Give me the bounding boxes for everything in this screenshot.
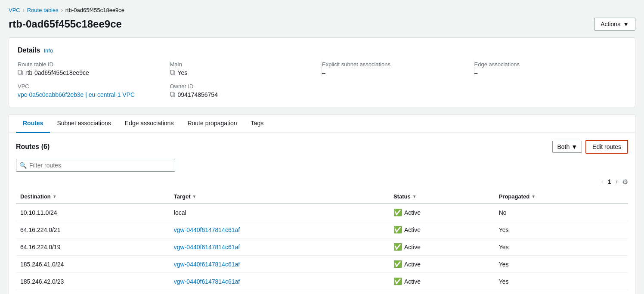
tabs-header: Routes Subnet associations Edge associat… (9, 115, 635, 133)
cell-target: vgw-0440f6147814c61af (170, 238, 389, 256)
table-row: 64.16.224.0/21vgw-0440f6147814c61af✅Acti… (16, 221, 628, 238)
tab-route-propagation[interactable]: Route propagation (180, 115, 244, 133)
tab-tags[interactable]: Tags (244, 115, 271, 133)
table-row: 10.10.11.0/24local✅ActiveNo (16, 204, 628, 221)
copy-icon-main[interactable] (170, 70, 176, 76)
target-link[interactable]: vgw-0440f6147814c61af (174, 278, 240, 285)
copy-icon-owner[interactable] (170, 92, 176, 98)
tab-routes[interactable]: Routes (16, 115, 50, 133)
breadcrumb-sep-2: › (61, 7, 63, 13)
cell-destination: 64.16.224.0/19 (16, 238, 170, 256)
explicit-subnet-value: – (322, 69, 465, 76)
target-link[interactable]: vgw-0440f6147814c61af (174, 226, 240, 233)
cell-status: ✅Active (389, 256, 495, 273)
status-active: ✅Active (393, 226, 490, 234)
page-title: rtb-0ad65f455c18ee9ce (9, 18, 122, 30)
owner-id-value: 094174856754 (170, 91, 314, 98)
vpc-link[interactable]: vpc-0a5c0cabb66f2eb3e | eu-central-1 VPC (18, 91, 135, 98)
detail-explicit-subnet: Explicit subnet associations – (322, 61, 474, 76)
cell-propagated: Yes (495, 273, 628, 290)
filter-input-wrapper: 🔍 (16, 159, 628, 172)
col-status[interactable]: Status ▼ (389, 190, 495, 204)
info-link[interactable]: Info (43, 47, 53, 54)
vpc-label: VPC (18, 83, 161, 90)
active-status-icon: ✅ (393, 277, 402, 285)
table-row: 192.76.120.0/24vgw-0440f6147814c61af✅Act… (16, 290, 628, 294)
cell-target: vgw-0440f6147814c61af (170, 256, 389, 273)
copy-icon-rtb[interactable] (18, 70, 24, 76)
table-row: 64.16.224.0/19vgw-0440f6147814c61af✅Acti… (16, 238, 628, 256)
prev-page-button[interactable]: ‹ (600, 177, 605, 186)
col-propagated[interactable]: Propagated ▼ (495, 190, 628, 204)
main-label: Main (170, 61, 313, 68)
owner-id-label: Owner ID (170, 83, 314, 90)
table-settings-button[interactable]: ⚙ (622, 178, 628, 186)
target-link[interactable]: vgw-0440f6147814c61af (174, 261, 240, 268)
col-target[interactable]: Target ▼ (170, 190, 389, 204)
cell-status: ✅Active (389, 273, 495, 290)
col-destination[interactable]: Destination ▼ (16, 190, 170, 204)
cell-propagated: Yes (495, 221, 628, 238)
tab-edge-associations[interactable]: Edge associations (118, 115, 181, 133)
routes-actions: Both ▼ Edit routes (552, 140, 628, 154)
active-status-icon: ✅ (393, 260, 402, 268)
both-chevron-icon: ▼ (571, 143, 577, 150)
both-dropdown[interactable]: Both ▼ (552, 141, 582, 153)
actions-label: Actions (601, 21, 620, 28)
status-active: ✅Active (393, 243, 490, 251)
breadcrumb-sep-1: › (23, 7, 25, 13)
details-header: Details Info (18, 46, 626, 54)
active-status-icon: ✅ (393, 243, 402, 251)
both-label: Both (557, 143, 570, 150)
status-text: Active (404, 261, 421, 268)
status-text: Active (404, 209, 421, 216)
breadcrumb-route-tables[interactable]: Route tables (27, 7, 59, 13)
cell-target: local (170, 204, 389, 221)
cell-destination: 185.246.42.0/23 (16, 273, 170, 290)
actions-button[interactable]: Actions ▼ (594, 18, 635, 31)
actions-chevron-icon: ▼ (623, 21, 629, 28)
svg-rect-1 (18, 70, 22, 74)
target-link[interactable]: vgw-0440f6147814c61af (174, 244, 240, 251)
cell-status: ✅Active (389, 238, 495, 256)
routes-toolbar: Routes (6) Both ▼ Edit routes (16, 140, 628, 154)
cell-propagated: Yes (495, 238, 628, 256)
cell-target: vgw-0440f6147814c61af (170, 290, 389, 294)
cell-status: ✅Active (389, 221, 495, 238)
cell-status: ✅Active (389, 204, 495, 221)
routes-title: Routes (6) (16, 143, 50, 151)
details-card: Details Info Route table ID rtb-0ad65f45… (9, 37, 635, 107)
main-value: Yes (170, 69, 313, 76)
status-active: ✅Active (393, 277, 490, 285)
svg-rect-3 (170, 70, 174, 74)
vpc-value: vpc-0a5c0cabb66f2eb3e | eu-central-1 VPC (18, 91, 161, 98)
table-row: 185.246.42.0/23vgw-0440f6147814c61af✅Act… (16, 273, 628, 290)
breadcrumb-current: rtb-0ad65f455c18ee9ce (65, 7, 124, 13)
active-status-icon: ✅ (393, 226, 402, 234)
cell-propagated: No (495, 204, 628, 221)
cell-target: vgw-0440f6147814c61af (170, 273, 389, 290)
cell-destination: 10.10.11.0/24 (16, 204, 170, 221)
search-icon: 🔍 (19, 162, 27, 169)
detail-edge-assoc: Edge associations – (474, 61, 627, 76)
status-text: Active (404, 226, 421, 233)
cell-propagated: Yes (495, 290, 628, 294)
tabs-container: Routes Subnet associations Edge associat… (9, 114, 635, 294)
details-grid: Route table ID rtb-0ad65f455c18ee9ce Mai… (18, 61, 626, 98)
route-table-id-label: Route table ID (18, 61, 161, 68)
cell-target: vgw-0440f6147814c61af (170, 221, 389, 238)
cell-propagated: Yes (495, 256, 628, 273)
status-active: ✅Active (393, 208, 490, 217)
breadcrumb-vpc[interactable]: VPC (9, 7, 20, 13)
tab-subnet-associations[interactable]: Subnet associations (50, 115, 118, 133)
cell-status: ✅Active (389, 290, 495, 294)
cell-destination: 64.16.224.0/21 (16, 221, 170, 238)
next-page-button[interactable]: › (614, 177, 619, 186)
cell-destination: 185.246.41.0/24 (16, 256, 170, 273)
edit-routes-button[interactable]: Edit routes (585, 140, 628, 154)
pagination-row: ‹ 1 › ⚙ (16, 177, 628, 186)
filter-routes-input[interactable] (16, 159, 175, 172)
detail-main: Main Yes (170, 61, 322, 76)
edge-assoc-value: – (474, 69, 618, 76)
table-row: 185.246.41.0/24vgw-0440f6147814c61af✅Act… (16, 256, 628, 273)
